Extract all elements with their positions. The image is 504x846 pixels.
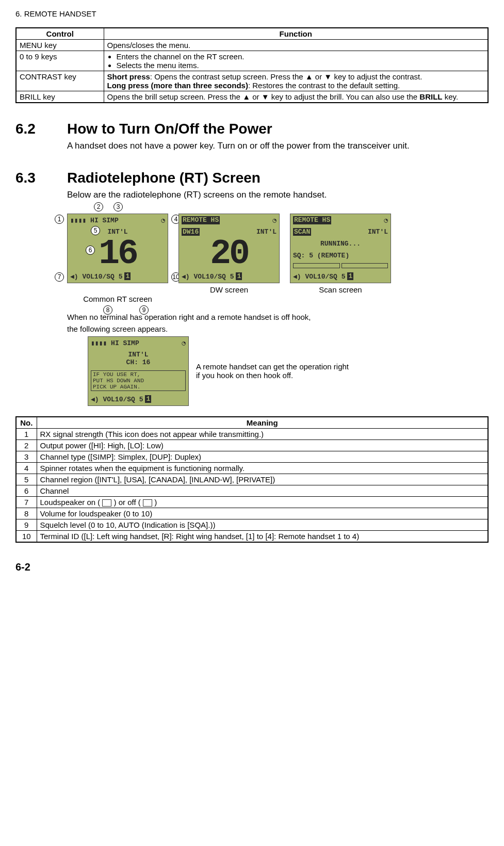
lcd-caption: Common RT screen — [67, 295, 168, 303]
spinner-icon: ◔ — [384, 216, 388, 224]
lcd-common: ▮▮▮▮ HI SIMP ◔ INT'L 16 ◀) VOL10/SQ 5 1 — [67, 214, 168, 283]
table-row: 1RX signal strength (This icon does not … — [16, 428, 488, 440]
long-press-text: : Restores the contrast to the default s… — [248, 81, 400, 90]
short-press-label: Short press — [107, 72, 150, 81]
callout-8: 8 — [103, 305, 112, 315]
speaker-off-icon — [143, 499, 152, 507]
meaning-text: Channel region ([INT'L], [USA], [CANADA]… — [37, 474, 488, 485]
meaning-no: 10 — [16, 530, 37, 542]
callout-7: 7 — [55, 272, 64, 282]
table-row: 5Channel region ([INT'L], [USA], [CANADA… — [16, 474, 488, 485]
callout-5: 5 — [91, 226, 100, 235]
bullet-item: Enters the channel on the RT screen. — [117, 52, 485, 61]
lcd-offhook: ▮▮▮▮ HI SIMP ◔ INT'L CH: 16 IF YOU USE R… — [88, 336, 189, 406]
table-row: 8Volume for loudspeaker (0 to 10) — [16, 508, 488, 519]
meaning-no: 7 — [16, 496, 37, 508]
table-row: 4Spinner rotates when the equipment is f… — [16, 462, 488, 474]
speaker-icon: ◀) VOL10/SQ 5 — [91, 395, 143, 403]
meaning-table: No. Meaning 1RX signal strength (This ic… — [15, 416, 489, 543]
terminal-id: 1 — [347, 272, 353, 280]
lcd-scan: REMOTE HS ◔ SCAN INT'L RUNNING... SQ: 5 … — [290, 214, 391, 283]
short-press-text: : Opens the contrast setup screen. Press… — [150, 72, 422, 81]
lcd-dw-wrap: REMOTE HS ◔ DW16 INT'L 20 ◀) VOL10/SQ 5 … — [178, 214, 280, 294]
th-function: Function — [104, 28, 488, 40]
section-title: How to Turn On/Off the Power — [67, 121, 272, 137]
section-num: 6.2 — [15, 121, 67, 137]
section-title: Radiotelephone (RT) Screen — [67, 170, 261, 186]
control-name: 0 to 9 keys — [16, 51, 104, 71]
control-function: Short press: Opens the contrast setup sc… — [104, 71, 488, 91]
lcd-msg-l1: IF YOU USE RT, — [93, 371, 184, 378]
lcd-region: INT'L — [368, 228, 388, 236]
lcd-message-box: IF YOU USE RT, PUT HS DOWN AND PICK UP A… — [91, 370, 186, 391]
controls-table: Control Function MENU key Opens/closes t… — [15, 27, 489, 103]
offhook-area: When no terminal has operation right and… — [67, 313, 489, 406]
callout-9: 9 — [139, 305, 149, 315]
page-number: 6-2 — [15, 561, 489, 573]
lcd-dw-ch: DW16 — [182, 228, 200, 236]
speaker-icon: ◀) VOL10/SQ 5 — [182, 272, 234, 281]
terminal-id: 1 — [145, 395, 151, 403]
callout-3: 3 — [113, 202, 123, 212]
lcd-ch: CH: 16 — [126, 359, 151, 366]
lcd-caption: DW screen — [178, 285, 280, 294]
lcd-top-left: REMOTE HS — [293, 216, 331, 224]
section-num: 6.3 — [15, 170, 67, 186]
table-row: 6Channel — [16, 485, 488, 496]
figure-area: 1 2 3 4 5 6 7 8 9 10 ▮▮▮▮ HI SIMP ◔ INT'… — [67, 214, 489, 303]
spinner-icon: ◔ — [161, 216, 165, 224]
lcd-msg-l2: PUT HS DOWN AND — [93, 378, 184, 384]
spinner-icon: ◔ — [272, 216, 277, 224]
lcd-common-wrap: 1 2 3 4 5 6 7 8 9 10 ▮▮▮▮ HI SIMP ◔ INT'… — [67, 214, 168, 303]
meaning-text: Output power ([HI]: High, [LO]: Low) — [37, 440, 488, 451]
chapter-header: 6. REMOTE HANDSET — [15, 9, 489, 18]
lcd-scan-wrap: REMOTE HS ◔ SCAN INT'L RUNNING... SQ: 5 … — [290, 214, 391, 294]
lcd-region: INT'L — [128, 351, 148, 359]
lcd-top-left: ▮▮▮▮ HI SIMP — [91, 339, 139, 347]
offhook-intro-1: When no terminal has operation right and… — [67, 313, 489, 321]
section-6-2-text: A handset does not have a power key. Tur… — [67, 140, 489, 152]
table-row: MENU key Opens/closes the menu. — [16, 40, 488, 51]
section-6-3-head: 6.3Radiotelephone (RT) Screen — [15, 170, 489, 186]
spinner-icon: ◔ — [182, 339, 186, 347]
meaning-no: 3 — [16, 451, 37, 462]
table-row: BRILL key Opens the brill setup screen. … — [16, 91, 488, 103]
meaning-no: 6 — [16, 485, 37, 496]
lcd-caption: Scan screen — [290, 285, 391, 294]
meaning-text: Terminal ID ([L]: Left wing handset, [R]… — [37, 530, 488, 542]
terminal-id: 1 — [236, 272, 242, 280]
meaning-no: 8 — [16, 508, 37, 519]
control-function: Opens/closes the menu. — [104, 40, 488, 51]
terminal-id: 1 — [124, 272, 131, 280]
meaning-text: Volume for loudspeaker (0 to 10) — [37, 508, 488, 519]
lcd-channel: 16 — [70, 239, 165, 269]
meaning-text: Squelch level (0 to 10, AUTO (Indication… — [37, 519, 488, 530]
th-meaning: Meaning — [37, 417, 488, 429]
table-row: 10Terminal ID ([L]: Left wing handset, [… — [16, 530, 488, 542]
table-row: 2Output power ([HI]: High, [LO]: Low) — [16, 440, 488, 451]
speaker-icon: ◀) VOL10/SQ 5 — [70, 272, 122, 281]
lcd-msg-l3: PICK UP AGAIN. — [93, 384, 184, 390]
offhook-desc: A remote handset can get the operation r… — [196, 362, 351, 380]
long-press-label: Long press (more than three seconds) — [107, 81, 248, 90]
section-6-2-head: 6.2How to Turn On/Off the Power — [15, 121, 489, 137]
meaning-text: Loudspeaker on ( ) or off ( ) — [37, 496, 488, 508]
callout-1: 1 — [55, 215, 64, 224]
control-function: Enters the channel on the RT screen. Sel… — [104, 51, 488, 71]
lcd-top-left: REMOTE HS — [182, 216, 220, 224]
meaning-text: Channel type ([SIMP]: Simplex, [DUP]: Du… — [37, 451, 488, 462]
lcd-scan-label: SCAN — [293, 228, 311, 236]
meaning-text: Channel — [37, 485, 488, 496]
lcd-top-left: ▮▮▮▮ HI SIMP — [70, 216, 119, 224]
speaker-icon: ◀) VOL10/SQ 5 — [293, 272, 345, 281]
section-6-3-intro: Below are the radiotelephone (RT) screen… — [67, 189, 489, 201]
meaning-no: 2 — [16, 440, 37, 451]
th-control: Control — [16, 28, 104, 40]
bullet-item: Selects the menu items. — [117, 61, 485, 70]
callout-6: 6 — [86, 246, 95, 255]
control-function: Opens the brill setup screen. Press the … — [104, 91, 488, 103]
meaning-text: Spinner rotates when the equipment is fu… — [37, 462, 488, 474]
brill-post: key. — [443, 92, 459, 101]
control-name: BRILL key — [16, 91, 104, 103]
table-row: 0 to 9 keys Enters the channel on the RT… — [16, 51, 488, 71]
